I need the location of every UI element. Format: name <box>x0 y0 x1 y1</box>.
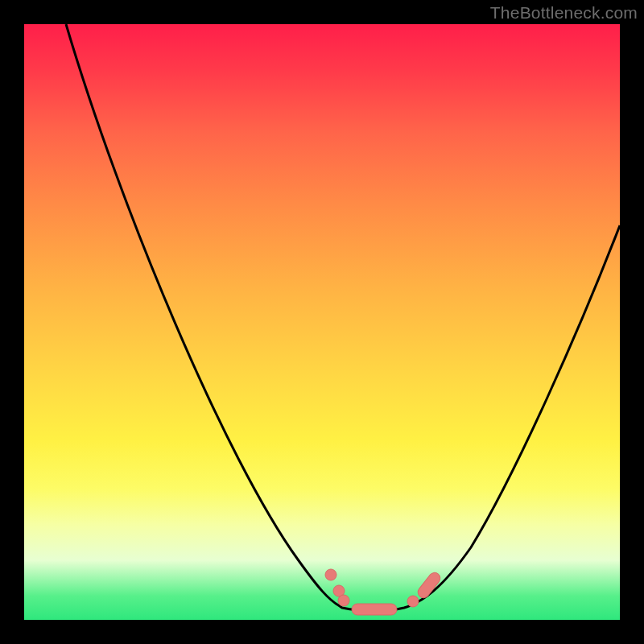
marker-right-dot-1 <box>407 596 419 607</box>
curve-layer <box>24 24 620 620</box>
bottleneck-curve <box>66 24 620 611</box>
marker-left-dot-1 <box>325 569 336 580</box>
plot-area <box>24 24 620 620</box>
marker-left-dot-3 <box>338 595 349 606</box>
watermark-text: TheBottleneck.com <box>490 3 638 23</box>
marker-valley-bar <box>352 604 397 615</box>
